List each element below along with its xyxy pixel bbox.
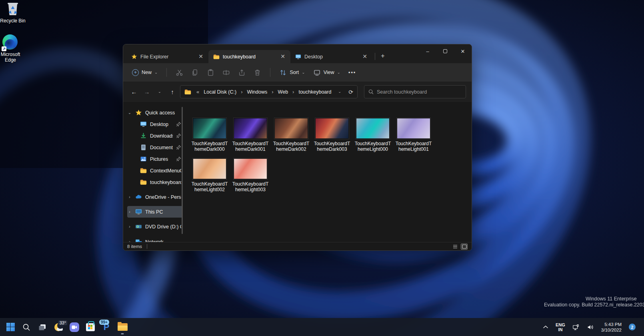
breadcrumb[interactable]: « Local Disk (C:) › Windows › Web › touc…	[180, 85, 358, 98]
breadcrumb-segment[interactable]: Windows	[246, 88, 269, 96]
chevron-collapsed-icon[interactable]: ›	[127, 224, 132, 229]
file-item[interactable]: TouchKeyboardThemeDark003	[312, 118, 352, 152]
up-button[interactable]: ↑	[167, 87, 178, 97]
file-item[interactable]: TouchKeyboardThemeDark000	[189, 118, 230, 152]
taskbar-search-button[interactable]	[18, 319, 34, 335]
chevron-right-icon[interactable]: ›	[291, 89, 295, 95]
file-item[interactable]: TouchKeyboardThemeDark002	[271, 118, 312, 152]
details-view-button[interactable]	[452, 244, 458, 250]
running-app-indicator	[121, 333, 124, 334]
speaker-icon	[587, 324, 594, 331]
chat-button[interactable]	[66, 319, 82, 335]
items-count: 8 items	[127, 244, 142, 249]
cut-button[interactable]	[172, 66, 186, 79]
search-box[interactable]	[364, 85, 466, 98]
delete-button[interactable]	[250, 66, 264, 79]
chevron-collapsed-icon[interactable]: ›	[127, 195, 132, 199]
language-indicator[interactable]: ENG IN	[553, 320, 568, 334]
tab-file-explorer[interactable]: File Explorer ✕	[126, 50, 208, 63]
breadcrumb-segment[interactable]: touchkeyboard	[297, 88, 333, 96]
chevron-right-icon[interactable]: ›	[240, 89, 244, 95]
minimize-button[interactable]: –	[419, 44, 436, 58]
file-explorer-taskbar-button[interactable]	[114, 319, 130, 335]
thumbnail-view-button[interactable]	[461, 244, 468, 250]
search-icon	[368, 89, 374, 94]
volume-tray-button[interactable]	[584, 320, 597, 334]
breadcrumb-overflow-icon[interactable]: «	[195, 89, 200, 95]
onedrive-cloud-icon	[135, 194, 142, 200]
sidebar-item-desktop[interactable]: Desktop	[132, 118, 183, 130]
sidebar-item-label: This PC	[145, 209, 163, 215]
breadcrumb-segment[interactable]: Web	[276, 88, 290, 96]
start-button[interactable]	[2, 319, 18, 335]
more-options-button[interactable]: •••	[345, 67, 359, 78]
toolbar-divider	[270, 68, 270, 77]
address-dropdown-icon[interactable]: ⌄	[338, 90, 341, 94]
file-item[interactable]: TouchKeyboardThemeLight000	[352, 118, 393, 152]
file-item[interactable]: TouchKeyboardThemeLight002	[189, 158, 230, 192]
plus-icon: +	[132, 69, 139, 76]
file-explorer-window: File Explorer ✕ touchkeyboard ✕ Desktop …	[123, 44, 472, 251]
sidebar-item-pictures[interactable]: Pictures	[132, 153, 183, 165]
paste-button[interactable]	[204, 66, 218, 79]
sort-button[interactable]: Sort ⌄	[276, 66, 308, 79]
tab-close-icon[interactable]: ✕	[361, 53, 368, 60]
tab-touchkeyboard[interactable]: touchkeyboard ✕	[208, 50, 290, 63]
sidebar-item-dvd-drive[interactable]: › DVD Drive (D:) C	[127, 221, 183, 232]
sidebar-item-quick-access[interactable]: ⌄ Quick access	[127, 107, 183, 118]
watermark-line-2: Evaluation copy. Build 22572.ni_release.…	[544, 302, 644, 308]
tab-close-icon[interactable]: ✕	[197, 53, 204, 60]
rename-button[interactable]	[219, 66, 233, 79]
sidebar-item-documents[interactable]: Documents	[132, 142, 183, 153]
notification-app-button[interactable]: P 99+	[98, 319, 114, 335]
trash-icon	[254, 69, 261, 76]
chevron-right-icon[interactable]: ›	[270, 89, 274, 95]
tab-desktop[interactable]: Desktop ✕	[290, 50, 372, 63]
folder-icon	[213, 54, 220, 60]
this-pc-icon	[135, 208, 142, 215]
file-item[interactable]: TouchKeyboardThemeDark001	[230, 118, 271, 152]
share-button[interactable]	[235, 66, 249, 79]
chevron-expanded-icon[interactable]: ⌄	[127, 110, 132, 115]
sidebar-item-downloads[interactable]: Downloads	[132, 130, 183, 142]
file-item[interactable]: TouchKeyboardThemeLight003	[230, 158, 271, 192]
file-item[interactable]: TouchKeyboardThemeLight001	[393, 118, 434, 152]
new-tab-button[interactable]: +	[378, 51, 388, 62]
view-button[interactable]: View ⌄	[310, 66, 344, 79]
sidebar-item-contextmenuc[interactable]: ContextMenuC	[132, 165, 183, 176]
watermark-line-1: Windows 11 Enterprise	[544, 296, 644, 302]
back-button[interactable]: ←	[129, 87, 139, 97]
sidebar-scrollbar[interactable]	[182, 107, 183, 234]
language-line2: IN	[556, 327, 565, 332]
desktop-icon-recycle-bin[interactable]: Recycle Bin	[0, 1, 28, 24]
clock-tray-button[interactable]: 5:43 PM 3/10/2022	[598, 320, 624, 334]
sidebar-item-network[interactable]: › Network	[127, 236, 183, 242]
command-bar: + New ⌄ Sort ⌄ View ⌄	[123, 63, 472, 82]
network-tray-button[interactable]	[570, 320, 582, 334]
task-view-button[interactable]	[34, 319, 50, 335]
chat-camera-icon	[70, 322, 79, 332]
widgets-button[interactable]: 33°	[50, 319, 66, 335]
close-button[interactable]: ✕	[454, 44, 472, 58]
sidebar-item-touchkeyboard[interactable]: touchkeyboard	[132, 176, 183, 188]
chevron-collapsed-icon[interactable]: ›	[127, 210, 132, 214]
search-input[interactable]	[377, 89, 462, 95]
file-name: TouchKeyboardThemeDark003	[314, 141, 350, 152]
microsoft-store-button[interactable]	[82, 319, 98, 335]
forward-button[interactable]: →	[142, 87, 152, 97]
status-divider	[147, 244, 147, 249]
maximize-button[interactable]	[436, 44, 454, 58]
tab-close-icon[interactable]: ✕	[279, 53, 286, 60]
new-button[interactable]: + New ⌄	[129, 67, 161, 78]
sidebar-item-this-pc[interactable]: › This PC	[127, 206, 183, 218]
recent-locations-button[interactable]: ⌄	[154, 87, 165, 97]
sidebar-item-onedrive[interactable]: › OneDrive - Perso	[127, 191, 183, 203]
breadcrumb-segment[interactable]: Local Disk (C:)	[202, 88, 238, 96]
notification-center-button[interactable]: 2	[626, 320, 638, 334]
refresh-icon[interactable]: ⟳	[348, 89, 353, 95]
tray-overflow-button[interactable]	[540, 320, 551, 334]
copy-button[interactable]	[188, 66, 202, 79]
file-explorer-icon	[118, 323, 128, 331]
desktop-icon-microsoft-edge[interactable]: ↗ Microsoft Edge	[0, 34, 26, 63]
desktop-tab-icon	[295, 54, 301, 60]
